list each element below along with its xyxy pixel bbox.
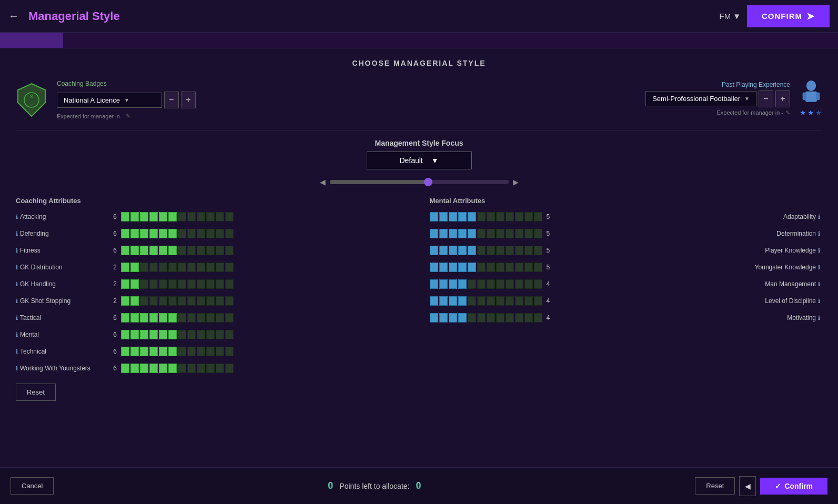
svg-rect-5: [805, 92, 817, 102]
info-icon[interactable]: ℹ: [16, 365, 18, 372]
attr-name: Mental: [20, 331, 104, 338]
bar-container: [430, 212, 542, 221]
attr-value: 2: [104, 297, 117, 305]
bar-segment: [121, 296, 129, 306]
info-icon[interactable]: ℹ: [16, 348, 18, 355]
info-icon[interactable]: ℹ: [818, 281, 820, 288]
bar-segment: [159, 347, 167, 356]
bar-segment: [187, 330, 196, 339]
attr-name: Defending: [20, 230, 104, 237]
bar-segment: [449, 229, 457, 238]
cancel-button[interactable]: Cancel: [11, 477, 54, 495]
info-icon[interactable]: ℹ: [16, 214, 18, 220]
slider-thumb[interactable]: [424, 178, 432, 186]
info-icon[interactable]: ℹ: [16, 230, 18, 237]
info-icon[interactable]: ℹ: [16, 315, 18, 321]
focus-title: Management Style Focus: [16, 139, 822, 147]
info-icon[interactable]: ℹ: [16, 247, 18, 254]
edit-icon[interactable]: ✎: [126, 113, 130, 119]
bar-segment: [477, 296, 486, 306]
svg-rect-7: [816, 93, 820, 100]
bar-segment: [206, 313, 215, 322]
bar-segment: [487, 212, 495, 221]
bar-segment: [534, 229, 542, 238]
fm-menu-button[interactable]: FM ▼: [719, 12, 741, 21]
edit-icon[interactable]: ✎: [785, 109, 790, 116]
bar-container: [121, 330, 234, 339]
info-icon[interactable]: ℹ: [818, 315, 820, 321]
info-icon[interactable]: ℹ: [16, 264, 18, 271]
bar-segment: [496, 212, 504, 221]
bar-segment: [524, 279, 533, 289]
confirm-button[interactable]: ✓ Confirm: [760, 478, 827, 495]
info-icon[interactable]: ℹ: [818, 264, 820, 271]
attr-name: Technical: [20, 348, 104, 355]
star-2: ★: [807, 108, 814, 117]
bar-segment: [496, 296, 504, 306]
chevron-down-icon: ▼: [431, 156, 439, 165]
bar-segment: [496, 279, 504, 289]
coaching-badge-plus-button[interactable]: +: [181, 92, 196, 108]
bar-segment: [178, 279, 186, 289]
focus-dropdown[interactable]: Default ▼: [367, 152, 472, 169]
bar-segment: [159, 263, 167, 272]
svg-rect-6: [802, 93, 806, 100]
confirm-nav-back-button[interactable]: ◀: [739, 476, 756, 496]
bar-segment: [197, 246, 205, 255]
back-button[interactable]: ←: [8, 10, 19, 22]
coaching-attr-row: ℹ Defending 6: [16, 227, 409, 240]
bar-segment: [439, 263, 448, 272]
coaching-badge-controls: Coaching Badges National A Licence ▼ − +…: [57, 80, 196, 119]
info-icon[interactable]: ℹ: [818, 214, 820, 220]
slider-track[interactable]: [330, 180, 509, 184]
bar-segment: [468, 263, 476, 272]
past-exp-plus-button[interactable]: +: [775, 90, 790, 107]
info-icon[interactable]: ℹ: [818, 298, 820, 305]
bar-segment: [439, 229, 448, 238]
bar-segment: [458, 296, 467, 306]
bar-segment: [515, 313, 523, 322]
info-icon[interactable]: ℹ: [16, 298, 18, 305]
bar-segment: [225, 263, 234, 272]
bar-segment: [121, 364, 129, 373]
bar-segment: [216, 263, 224, 272]
info-icon[interactable]: ℹ: [16, 331, 18, 338]
bar-segment: [149, 229, 158, 238]
coaching-attr-row: ℹ Fitness 6: [16, 244, 409, 257]
info-icon[interactable]: ℹ: [818, 230, 820, 237]
coaching-badge-icon: ✕ ○: [16, 82, 47, 118]
bar-segment: [449, 296, 457, 306]
bar-segment: [206, 263, 215, 272]
check-icon: ✓: [775, 482, 781, 490]
slider-right-arrow[interactable]: ▶: [513, 178, 519, 186]
coaching-attr-row: ℹ GK Shot Stopping 2: [16, 294, 409, 308]
bar-segment: [187, 296, 196, 306]
bar-segment: [206, 212, 215, 221]
past-exp-minus-button[interactable]: −: [759, 90, 773, 107]
bar-segment: [449, 246, 457, 255]
reset-mental-button[interactable]: Reset: [695, 477, 735, 495]
bar-segment: [178, 246, 186, 255]
bar-container: [121, 296, 234, 306]
points-display: 0 Points left to allocate: 0: [328, 480, 421, 491]
past-exp-expected-text: Expected for manager in - ✎: [645, 109, 790, 116]
info-icon[interactable]: ℹ: [818, 247, 820, 254]
coaching-badge-label: Coaching Badges: [57, 80, 196, 87]
confirm-top-button[interactable]: CONFIRM ➤: [747, 5, 830, 27]
svg-point-4: [806, 80, 815, 91]
bar-segment: [515, 212, 523, 221]
slider-left-arrow[interactable]: ◀: [320, 178, 326, 186]
past-exp-dropdown[interactable]: Semi-Professional Footballer ▼: [645, 91, 756, 106]
mental-attr-row: 5 Player Knowledge ℹ: [430, 244, 823, 257]
bar-segment: [130, 313, 139, 322]
coaching-badge-dropdown[interactable]: National A Licence ▼: [57, 93, 162, 108]
reset-coaching-button[interactable]: Reset: [16, 384, 56, 401]
info-icon[interactable]: ℹ: [16, 281, 18, 288]
bar-segment: [225, 330, 234, 339]
bar-segment: [140, 212, 148, 221]
slider-fill: [330, 180, 428, 184]
coaching-badge-minus-button[interactable]: −: [164, 92, 179, 108]
bar-segment: [149, 296, 158, 306]
bar-segment: [449, 263, 457, 272]
attr-name: Working With Youngsters: [20, 365, 104, 372]
